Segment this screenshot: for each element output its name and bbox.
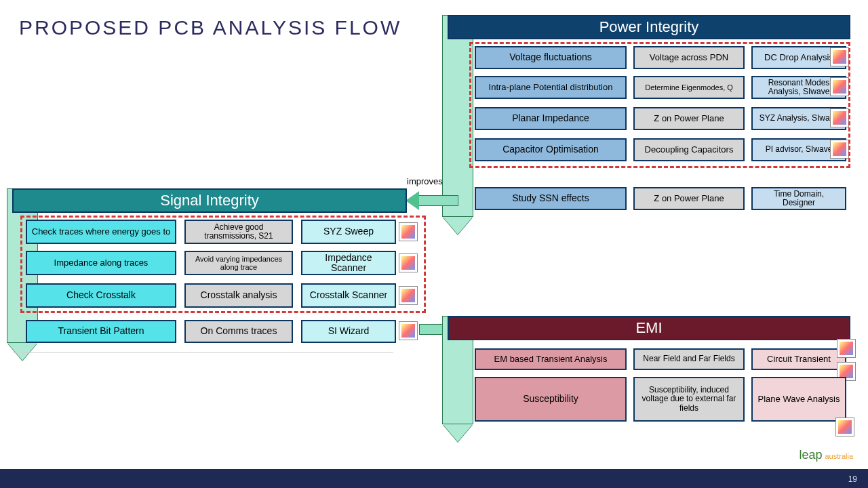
pi-mid: Voltage across PDN	[633, 46, 745, 69]
si-tool: SI Wizard	[301, 320, 396, 343]
pi-mid: Decoupling Capacitors	[633, 138, 745, 161]
pi-topic: Capacitor Optimisation	[475, 138, 627, 161]
si-thumb-icon	[399, 286, 418, 305]
emi-topic: EM based Transient Analysis	[475, 348, 627, 370]
si-thumb-icon	[399, 222, 418, 241]
si-tool: Impedance Scanner	[301, 251, 396, 275]
si-topic: Impedance along traces	[26, 251, 176, 275]
si-mid: Achieve good transmissions, S21	[184, 220, 293, 244]
emi-header: EMI	[448, 316, 850, 340]
slide: PROPOSED PCB ANALYSIS FLOW Power Integri…	[0, 0, 868, 488]
emi-thumb-icon	[837, 339, 856, 358]
leap-brand: leap	[800, 448, 823, 462]
emi-mid: Susceptibility, induced voltage due to e…	[633, 377, 745, 422]
divider	[14, 352, 393, 353]
pi-mid: Z on Power Plane	[633, 187, 745, 210]
emi-mid: Near Field and Far Fields	[633, 348, 745, 370]
pi-mid: Determine Eigenmodes, Q	[633, 76, 745, 99]
si-topic: Check traces where energy goes to	[26, 220, 176, 244]
leap-suffix: australia	[825, 452, 853, 460]
pi-header-label: Power Integrity	[599, 18, 699, 36]
emi-topic: Susceptibility	[475, 377, 627, 422]
footer-bar: 19	[0, 469, 868, 488]
improves-label: improves	[407, 176, 443, 186]
pi-thumb-icon	[830, 140, 849, 159]
si-mid: Avoid varying impedances along trace	[184, 251, 293, 275]
slide-title: PROPOSED PCB ANALYSIS FLOW	[19, 16, 401, 39]
leap-logo: leap australia	[800, 448, 854, 462]
emi-tool: Plane Wave Analysis	[751, 377, 846, 422]
pi-thumb-icon	[830, 108, 849, 127]
pi-thumb-icon	[830, 47, 849, 66]
pi-topic: Intra-plane Potential distribution	[475, 76, 627, 99]
si-topic: Transient Bit Pattern	[26, 320, 176, 343]
pi-topic: Planar Impedance	[475, 107, 627, 130]
pi-thumb-icon	[830, 77, 849, 96]
pi-header: Power Integrity	[448, 15, 850, 39]
si-header-label: Signal Integrity	[160, 192, 259, 209]
si-topic: Check Crosstalk	[26, 283, 176, 308]
emi-tool: Circuit Transient	[751, 348, 846, 370]
emi-thumb-icon	[835, 418, 854, 436]
page-number: 19	[848, 474, 857, 484]
pi-topic: Voltage fluctuations	[475, 46, 627, 69]
pi-topic: Study SSN effects	[475, 187, 627, 210]
pi-mid: Z on Power Plane	[633, 107, 745, 130]
si-tool: SYZ Sweep	[301, 220, 396, 244]
emi-header-label: EMI	[635, 319, 662, 337]
pi-tool: Time Domain, Designer	[751, 187, 846, 210]
si-thumb-icon	[399, 253, 418, 272]
si-thumb-icon	[399, 321, 418, 340]
si-header: Signal Integrity	[12, 188, 407, 213]
si-mid: Crosstalk analysis	[184, 283, 293, 308]
si-mid: On Comms traces	[184, 320, 293, 343]
si-tool: Crosstalk Scanner	[301, 283, 396, 308]
